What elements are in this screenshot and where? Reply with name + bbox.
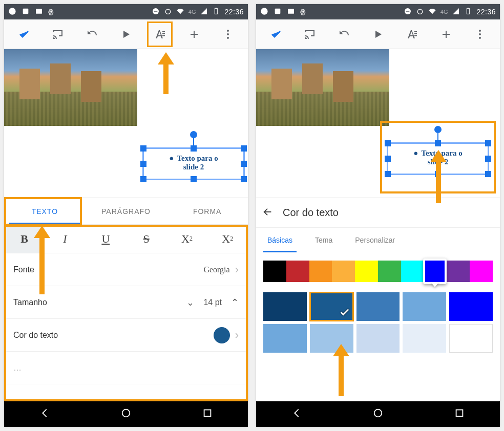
more-button[interactable] bbox=[469, 24, 491, 45]
strike-button[interactable]: S bbox=[126, 225, 166, 253]
bold-button[interactable]: B bbox=[4, 225, 45, 253]
textbox[interactable]: ●Texto para o slide 2 bbox=[142, 147, 245, 180]
text-color-row[interactable]: Cor do texto › bbox=[4, 319, 248, 352]
strip-color[interactable] bbox=[378, 261, 401, 282]
slide-canvas[interactable]: ●Texto para o slide 2 bbox=[4, 49, 248, 198]
strip-color[interactable] bbox=[447, 261, 470, 282]
add-button[interactable] bbox=[183, 24, 205, 45]
svg-point-14 bbox=[122, 410, 130, 417]
svg-point-29 bbox=[479, 37, 481, 39]
handle-tm[interactable] bbox=[435, 140, 441, 146]
confirm-button[interactable] bbox=[13, 24, 35, 45]
swatch[interactable] bbox=[310, 292, 353, 321]
rotation-handle[interactable] bbox=[434, 126, 442, 133]
bullet-icon: ● bbox=[169, 154, 174, 162]
italic-button[interactable]: I bbox=[45, 225, 85, 253]
back-nav-icon[interactable] bbox=[39, 407, 50, 421]
tab-texto[interactable]: TEXTO bbox=[4, 198, 86, 224]
add-button[interactable] bbox=[435, 24, 457, 45]
play-button[interactable] bbox=[115, 24, 137, 45]
tab-basicas[interactable]: Básicas bbox=[256, 228, 304, 252]
rotation-handle[interactable] bbox=[190, 131, 197, 138]
size-row[interactable]: Tamanho ⌄ 14 pt ⌃ bbox=[4, 286, 248, 319]
tab-paragrafo[interactable]: PARÁGRAFO bbox=[86, 198, 167, 224]
photo-icon bbox=[35, 7, 43, 17]
slide-canvas[interactable]: ●Texto para o slide 2 bbox=[256, 49, 500, 198]
handle-bm[interactable] bbox=[435, 171, 441, 177]
svg-point-0 bbox=[9, 8, 15, 14]
handle-bl[interactable] bbox=[385, 171, 391, 177]
subscript-button[interactable]: X2 bbox=[207, 225, 248, 253]
recent-nav-icon[interactable] bbox=[454, 407, 465, 421]
handle-ml[interactable] bbox=[140, 161, 146, 167]
android-navbar bbox=[4, 401, 248, 427]
confirm-button[interactable] bbox=[265, 24, 287, 45]
more-row[interactable]: … bbox=[4, 352, 248, 384]
swatch[interactable] bbox=[356, 292, 400, 321]
tab-tema[interactable]: Tema bbox=[304, 228, 344, 252]
handle-br[interactable] bbox=[485, 171, 491, 177]
recent-nav-icon[interactable] bbox=[202, 407, 213, 421]
handle-bl[interactable] bbox=[140, 176, 146, 182]
strip-color[interactable] bbox=[263, 261, 286, 282]
more-button[interactable] bbox=[217, 24, 239, 45]
panel-tabs: TEXTO PARÁGRAFO FORMA bbox=[4, 198, 248, 225]
undo-button[interactable] bbox=[333, 24, 355, 45]
strip-color[interactable] bbox=[355, 261, 378, 282]
handle-bm[interactable] bbox=[191, 176, 197, 182]
swatch[interactable] bbox=[403, 324, 446, 353]
slide-image[interactable] bbox=[256, 49, 389, 126]
handle-tm[interactable] bbox=[191, 145, 197, 152]
underline-button[interactable]: U bbox=[86, 225, 126, 253]
check-icon bbox=[339, 307, 350, 318]
slide-image[interactable] bbox=[4, 49, 137, 126]
text-format-button[interactable] bbox=[149, 24, 171, 45]
handle-tl[interactable] bbox=[385, 140, 391, 146]
strip-color[interactable] bbox=[309, 261, 332, 282]
handle-br[interactable] bbox=[241, 176, 247, 182]
handle-mr[interactable] bbox=[241, 161, 247, 167]
swatch[interactable] bbox=[449, 292, 493, 321]
strip-color[interactable] bbox=[401, 261, 424, 282]
home-nav-icon[interactable] bbox=[372, 407, 384, 421]
strip-color[interactable] bbox=[470, 261, 493, 282]
back-nav-icon[interactable] bbox=[291, 407, 302, 421]
font-row[interactable]: Fonte Georgia › bbox=[4, 253, 248, 286]
strip-color[interactable] bbox=[332, 261, 355, 282]
strip-color[interactable] bbox=[286, 261, 309, 282]
handle-ml[interactable] bbox=[385, 156, 391, 162]
cast-button[interactable] bbox=[299, 24, 321, 45]
text-color-dot bbox=[214, 327, 230, 343]
swatch[interactable] bbox=[403, 292, 446, 321]
handle-tr[interactable] bbox=[485, 140, 491, 146]
swatch[interactable] bbox=[310, 324, 353, 353]
text-format-button[interactable] bbox=[401, 24, 423, 45]
textbox-selection[interactable]: ●Texto para o slide 2 bbox=[142, 131, 245, 180]
dnd-icon bbox=[404, 7, 412, 17]
home-nav-icon[interactable] bbox=[120, 407, 132, 421]
play-button[interactable] bbox=[367, 24, 389, 45]
swatch[interactable] bbox=[263, 324, 307, 353]
tab-forma[interactable]: FORMA bbox=[166, 198, 248, 224]
swatch[interactable] bbox=[263, 292, 307, 321]
handle-tr[interactable] bbox=[241, 145, 247, 152]
back-button[interactable] bbox=[262, 206, 274, 220]
color-strip[interactable] bbox=[263, 261, 493, 282]
textbox-selection[interactable]: ●Texto para o slide 2 bbox=[387, 126, 489, 175]
messenger-icon bbox=[8, 7, 16, 17]
size-increase[interactable]: ⌃ bbox=[231, 297, 239, 308]
undo-button[interactable] bbox=[81, 24, 103, 45]
superscript-button[interactable]: X2 bbox=[166, 225, 207, 253]
cast-button[interactable] bbox=[47, 24, 69, 45]
swatch-grid bbox=[256, 287, 500, 358]
swatch[interactable] bbox=[449, 324, 493, 353]
svg-rect-6 bbox=[215, 8, 218, 14]
swatch[interactable] bbox=[356, 324, 400, 353]
tab-personalizar[interactable]: Personalizar bbox=[344, 228, 406, 252]
svg-rect-8 bbox=[162, 31, 165, 32]
svg-rect-22 bbox=[467, 8, 470, 14]
textbox[interactable]: ●Texto para o slide 2 bbox=[387, 142, 489, 175]
handle-tl[interactable] bbox=[140, 145, 146, 152]
handle-mr[interactable] bbox=[485, 156, 491, 162]
size-decrease[interactable]: ⌄ bbox=[186, 297, 194, 308]
